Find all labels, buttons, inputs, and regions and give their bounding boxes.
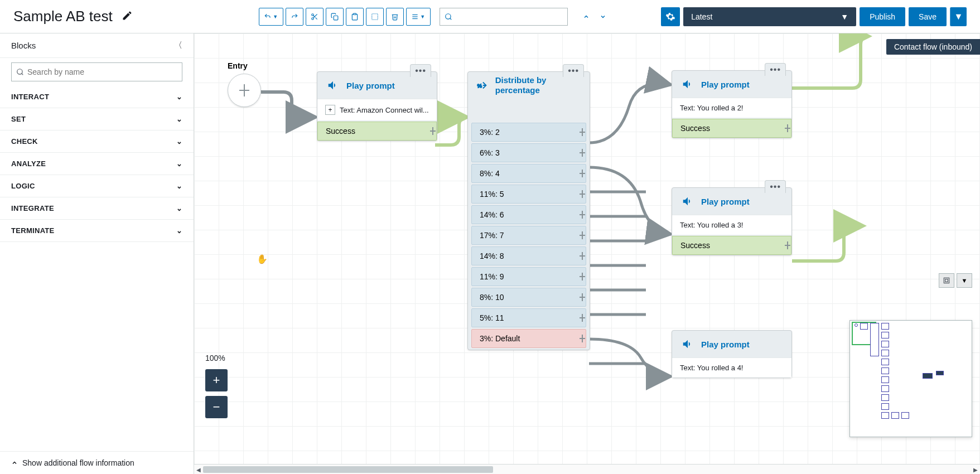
output-branch[interactable]: 8%: 10 [471, 288, 586, 307]
edit-icon[interactable] [122, 10, 133, 23]
output-default[interactable]: 3%: Default [471, 329, 586, 348]
save-dropdown[interactable]: ▼ [950, 7, 967, 26]
node-play-prompt-2[interactable]: ••• Play prompt Text: You rolled a 2! Su… [672, 70, 792, 138]
search-prev-button[interactable] [579, 8, 593, 26]
output-branch[interactable]: 11%: 9 [471, 267, 586, 286]
category-set[interactable]: SET⌄ [0, 108, 194, 130]
output-success[interactable]: Success [672, 236, 791, 255]
node-play-prompt-1[interactable]: ••• Play prompt + Text: Amazon Connect w… [317, 71, 437, 141]
node-body-text: Text: You rolled a 3! [680, 221, 743, 229]
output-success[interactable]: Success [672, 119, 791, 138]
svg-point-0 [312, 13, 314, 16]
category-analyze[interactable]: ANALYZE⌄ [0, 153, 194, 175]
node-body-text: Text: You rolled a 2! [680, 104, 743, 112]
search-next-button[interactable] [596, 8, 610, 26]
svg-point-13 [17, 69, 22, 74]
node-title: Distribute by percentage [495, 75, 582, 95]
settings-button[interactable] [661, 7, 680, 26]
entry-node[interactable]: Entry [228, 61, 261, 107]
output-branch[interactable]: 11%: 5 [471, 185, 586, 204]
scroll-right-button[interactable]: ▶ [971, 465, 980, 474]
chevron-down-icon: ⌄ [176, 137, 182, 146]
category-interact[interactable]: INTERACT⌄ [0, 86, 194, 108]
entry-port[interactable] [228, 74, 261, 107]
svg-line-3 [315, 17, 317, 19]
canvas-search-input[interactable] [456, 12, 563, 21]
version-select[interactable]: Latest ▼ [683, 7, 856, 26]
chevron-down-icon: ⌄ [176, 115, 182, 123]
category-terminate[interactable]: TERMINATE⌄ [0, 220, 194, 242]
paste-button[interactable] [346, 8, 364, 26]
hand-cursor-icon: ✋ [257, 254, 268, 264]
flow-canvas[interactable]: Contact flow (inbound) [194, 33, 980, 474]
svg-rect-6 [353, 13, 356, 14]
horizontal-scrollbar[interactable]: ◀ ▶ [194, 464, 980, 474]
scroll-left-button[interactable]: ◀ [194, 465, 203, 474]
svg-line-12 [450, 18, 451, 20]
entry-label: Entry [228, 61, 261, 70]
svg-line-14 [22, 74, 23, 75]
chevron-down-icon: ⌄ [176, 226, 182, 235]
zoom-out-button[interactable]: − [205, 396, 228, 418]
split-icon: % [476, 78, 490, 93]
node-play-prompt-4[interactable]: Play prompt Text: You rolled a 4! [672, 330, 792, 378]
show-flow-info-button[interactable]: Show additional flow information [0, 451, 194, 474]
chevron-down-icon: ▼ [841, 12, 848, 21]
copy-button[interactable] [326, 8, 344, 26]
chevron-down-icon: ⌄ [176, 204, 182, 212]
output-branch[interactable]: 3%: 2 [471, 123, 586, 142]
scrollbar-thumb[interactable] [203, 466, 493, 473]
output-success[interactable]: Success [317, 122, 437, 141]
zoom-level: 100% [205, 354, 228, 362]
sidebar-header: Blocks [11, 41, 36, 50]
svg-line-4 [313, 15, 315, 16]
arrange-button[interactable]: ▼ [406, 8, 431, 26]
collapse-sidebar-button[interactable]: 〈 [174, 40, 182, 51]
chevron-up-icon [11, 460, 18, 466]
svg-rect-17 [945, 279, 948, 282]
audio-icon [325, 78, 341, 93]
svg-point-11 [446, 13, 451, 18]
minimap[interactable] [849, 320, 972, 437]
output-branch[interactable]: 14%: 6 [471, 205, 586, 224]
expand-button[interactable]: + [325, 105, 335, 115]
output-branch[interactable]: 5%: 11 [471, 308, 586, 327]
search-icon [16, 68, 24, 76]
search-icon [445, 13, 452, 21]
chevron-down-icon: ⌄ [176, 159, 182, 168]
blocks-search-input[interactable] [27, 67, 177, 76]
output-branch[interactable]: 17%: 7 [471, 226, 586, 245]
chevron-down-icon: ⌄ [176, 182, 182, 190]
save-button[interactable]: Save [909, 7, 947, 26]
minimap-dropdown[interactable]: ▼ [957, 273, 972, 288]
category-logic[interactable]: LOGIC⌄ [0, 175, 194, 197]
blocks-search[interactable] [11, 62, 182, 81]
flow-title: Sample AB test [13, 8, 113, 25]
canvas-search[interactable] [440, 8, 568, 26]
node-distribute-percentage[interactable]: ••• % Distribute by percentage 3%: 2 6%:… [467, 71, 590, 350]
node-title: Play prompt [701, 80, 750, 89]
delete-button[interactable] [386, 8, 404, 26]
fit-view-button[interactable] [939, 273, 954, 288]
category-integrate[interactable]: INTEGRATE⌄ [0, 197, 194, 220]
node-body-text: Text: Amazon Connect wil... [340, 106, 429, 114]
undo-button[interactable]: ▼ [259, 8, 283, 26]
output-branch[interactable]: 8%: 4 [471, 164, 586, 183]
publish-button[interactable]: Publish [860, 7, 905, 26]
output-branch[interactable]: 6%: 3 [471, 143, 586, 162]
audio-icon [680, 194, 696, 209]
node-body-text: Text: You rolled a 4! [680, 364, 743, 372]
node-title: Play prompt [701, 340, 750, 349]
redo-button[interactable] [286, 8, 303, 26]
svg-rect-7 [372, 13, 378, 20]
select-all-button[interactable] [366, 8, 384, 26]
node-title: Play prompt [346, 81, 395, 90]
category-check[interactable]: CHECK⌄ [0, 130, 194, 153]
node-play-prompt-3[interactable]: ••• Play prompt Text: You rolled a 3! Su… [672, 187, 792, 255]
zoom-in-button[interactable]: + [205, 369, 228, 391]
node-title: Play prompt [701, 197, 750, 206]
version-label: Latest [691, 12, 712, 21]
output-branch[interactable]: 14%: 8 [471, 246, 586, 265]
flow-type-badge: Contact flow (inbound) [886, 39, 980, 55]
cut-button[interactable] [306, 8, 324, 26]
